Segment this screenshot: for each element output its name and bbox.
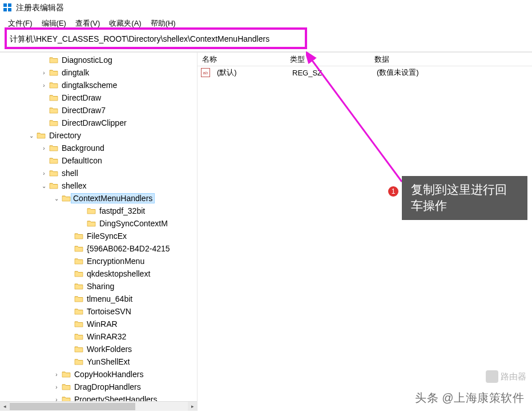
folder-icon	[74, 345, 83, 353]
app-icon	[3, 3, 13, 13]
tree-item[interactable]: ›DragDropHandlers	[0, 381, 198, 393]
menu-favorites[interactable]: 收藏夹(A)	[106, 17, 144, 30]
annotation-callout: 1 复制到这里进行回车操作	[402, 176, 527, 220]
tree-item[interactable]: Sharing	[0, 280, 198, 293]
expander-placeholder	[65, 320, 73, 328]
chevron-right-icon[interactable]: ›	[53, 370, 61, 378]
title-bar: 注册表编辑器	[0, 0, 532, 16]
tree-item[interactable]: WinRAR32	[0, 330, 198, 343]
tree-item[interactable]: DirectDraw7	[0, 104, 198, 117]
tree-item[interactable]: DirectDrawClipper	[0, 117, 198, 129]
value-row[interactable]: ab(默认)REG_SZ(数值未设置)	[198, 66, 532, 79]
tree-item[interactable]: DiagnosticLog	[0, 54, 198, 66]
folder-icon	[49, 157, 58, 165]
expander-placeholder	[65, 333, 73, 341]
tree-item[interactable]: ›dingtalk	[0, 66, 198, 79]
watermark-router-text: 路由器	[501, 371, 526, 382]
tree-item-label: CopyHookHandlers	[73, 370, 144, 379]
tree-item[interactable]: {596AB062-B4D2-4215	[0, 242, 198, 255]
main-panel: DiagnosticLog›dingtalk›dingtalkschemeDir…	[0, 52, 532, 411]
tree-item-label: DiagnosticLog	[61, 55, 114, 65]
tree-item[interactable]: ⌄ContextMenuHandlers	[0, 192, 198, 205]
value-name: (默认)	[212, 67, 288, 78]
expander-placeholder	[40, 106, 48, 114]
tree-item-label: Directory	[48, 131, 82, 140]
tree-item[interactable]: ⌄shellex	[0, 179, 198, 192]
tree-item[interactable]: tlmenu_64bit	[0, 293, 198, 305]
menu-edit[interactable]: 编辑(E)	[38, 17, 70, 30]
tree-item-label: dingtalkscheme	[61, 81, 118, 90]
expander-placeholder	[40, 119, 48, 127]
chevron-right-icon[interactable]: ›	[40, 69, 48, 77]
tree-item[interactable]: TortoiseSVN	[0, 305, 198, 318]
column-name[interactable]: 名称	[198, 53, 285, 66]
tree-item[interactable]: EncryptionMenu	[0, 255, 198, 267]
menu-bar: 文件(F) 编辑(E) 查看(V) 收藏夹(A) 帮助(H)	[0, 16, 532, 32]
tree-item[interactable]: FileSyncEx	[0, 230, 198, 242]
scroll-thumb[interactable]	[10, 403, 135, 410]
folder-icon	[74, 232, 83, 240]
tree-item[interactable]: YunShellExt	[0, 355, 198, 368]
value-data: (数值未设置)	[372, 67, 532, 78]
values-header[interactable]: 名称 类型 数据	[198, 53, 532, 66]
menu-view[interactable]: 查看(V)	[72, 17, 103, 30]
scroll-left-button[interactable]: ◂	[0, 402, 10, 411]
column-data[interactable]: 数据	[370, 53, 532, 66]
tree-item[interactable]: qkdesktopshellext	[0, 267, 198, 280]
chevron-right-icon[interactable]: ›	[40, 144, 48, 152]
folder-icon	[74, 270, 83, 278]
menu-help[interactable]: 帮助(H)	[147, 17, 179, 30]
scroll-right-button[interactable]: ▸	[188, 402, 198, 411]
tree-item-label: fastpdf_32bit	[98, 206, 146, 215]
chevron-right-icon[interactable]: ›	[53, 383, 61, 391]
tree-item-label: DirectDraw7	[61, 106, 107, 115]
tree-item-label: DefaultIcon	[61, 156, 103, 165]
values-panel: 名称 类型 数据 ab(默认)REG_SZ(数值未设置)	[198, 53, 532, 411]
tree-item-label: shellex	[61, 181, 88, 190]
tree-item[interactable]: ›Background	[0, 142, 198, 154]
tree-item[interactable]: ›shell	[0, 167, 198, 179]
tree-item-label: Sharing	[86, 282, 115, 291]
annotation-text: 复制到这里进行回车操作	[411, 182, 518, 214]
tree-item[interactable]: ›CopyHookHandlers	[0, 368, 198, 381]
folder-icon	[37, 131, 46, 139]
expander-placeholder	[78, 207, 86, 215]
chevron-down-icon[interactable]: ⌄	[27, 131, 35, 139]
tree-item[interactable]: ›dingtalkscheme	[0, 79, 198, 91]
tree-item[interactable]: WorkFolders	[0, 343, 198, 355]
folder-icon	[49, 169, 58, 177]
folder-icon	[49, 81, 58, 89]
folder-icon	[62, 383, 71, 391]
tree-panel[interactable]: DiagnosticLog›dingtalk›dingtalkschemeDir…	[0, 53, 198, 411]
tree-item[interactable]: WinRAR	[0, 318, 198, 330]
address-input[interactable]	[7, 33, 527, 46]
horizontal-scrollbar[interactable]: ◂ ▸	[0, 401, 198, 411]
chevron-down-icon[interactable]: ⌄	[40, 182, 48, 190]
scroll-track[interactable]	[10, 402, 188, 411]
tree-item-label: tlmenu_64bit	[86, 294, 134, 303]
menu-file[interactable]: 文件(F)	[5, 17, 36, 30]
tree-item-label: DragDropHandlers	[73, 382, 142, 391]
tree-item-label: WinRAR32	[86, 332, 127, 341]
tree-item-label: ContextMenuHandlers	[71, 193, 155, 203]
tree-item[interactable]: ⌄Directory	[0, 129, 198, 142]
tree-item[interactable]: DefaultIcon	[0, 154, 198, 167]
chevron-right-icon[interactable]: ›	[40, 81, 48, 89]
expander-placeholder	[40, 94, 48, 102]
folder-icon	[74, 245, 83, 253]
tree-item-label: {596AB062-B4D2-4215	[86, 244, 171, 253]
chevron-down-icon[interactable]: ⌄	[53, 194, 61, 202]
annotation-badge: 1	[388, 186, 398, 197]
expander-placeholder	[65, 358, 73, 366]
tree-item-label: DirectDrawClipper	[61, 118, 128, 127]
column-type[interactable]: 类型	[285, 53, 370, 66]
expander-placeholder	[65, 307, 73, 315]
tree-item[interactable]: fastpdf_32bit	[0, 205, 198, 217]
tree-item[interactable]: DirectDraw	[0, 91, 198, 104]
tree-item-label: EncryptionMenu	[86, 257, 146, 266]
expander-placeholder	[65, 232, 73, 240]
folder-icon	[62, 194, 71, 202]
tree-item[interactable]: DingSyncContextM	[0, 217, 198, 230]
chevron-right-icon[interactable]: ›	[40, 169, 48, 177]
tree-item-label: DingSyncContextM	[98, 219, 169, 228]
